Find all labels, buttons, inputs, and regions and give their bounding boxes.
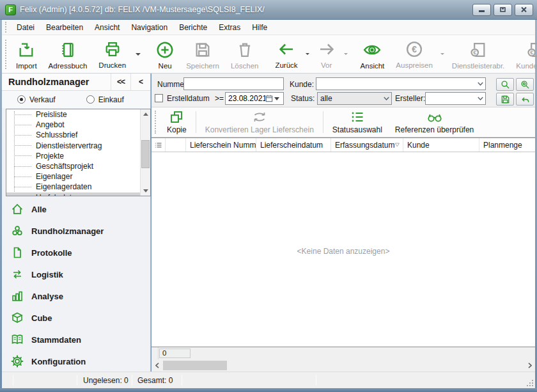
close-icon [520, 6, 527, 13]
summary-count: 0 [159, 349, 191, 358]
column-header-erfassungsdatum[interactable]: Erfassungsdatum [331, 138, 403, 152]
auspreisen-button[interactable]: € Auspreisen [390, 36, 439, 72]
tree-item-preisliste[interactable]: Preisliste [6, 109, 150, 120]
summary-indicator-cell [152, 347, 159, 359]
statusauswahl-button[interactable]: Statusauswahl [326, 107, 389, 137]
save-icon [501, 95, 510, 104]
collapse-all-button[interactable]: << [111, 74, 130, 90]
kundenabr-button[interactable]: € Kundenabr. [510, 35, 537, 73]
eye-icon [362, 39, 382, 61]
import-button[interactable]: Import [10, 35, 43, 73]
menu-datei[interactable]: Datei [11, 21, 40, 34]
date-dropdown-arrow[interactable] [274, 97, 283, 100]
menu-ansicht[interactable]: Ansicht [89, 21, 125, 34]
menu-extras[interactable]: Extras [213, 21, 246, 34]
scroll-left-arrow[interactable] [152, 359, 162, 372]
drucken-button[interactable]: Drucken [93, 36, 132, 72]
status-select[interactable]: alle [317, 92, 392, 105]
nav-item-analyse[interactable]: Analyse [2, 285, 150, 307]
close-button[interactable] [515, 4, 533, 16]
referenzen-button[interactable]: Referenzen überprüfen [389, 107, 480, 137]
zurueck-button[interactable]: Zurück [269, 36, 303, 72]
tree-item-schlussbrief[interactable]: Schlussbrief [6, 130, 150, 140]
tree-item-angebot[interactable]: Angebot [6, 120, 150, 130]
tree-scroll-thumb[interactable] [141, 140, 150, 168]
vor-button[interactable]: Vor [311, 36, 342, 72]
actionbar-separator [323, 111, 323, 133]
dienstleisterabr-button[interactable]: € Dienstleisterabr. [446, 35, 510, 73]
tree-item-eigenlagerdaten[interactable]: Eigenlagerdaten [6, 182, 150, 192]
scroll-down-arrow[interactable] [141, 186, 151, 196]
cube-icon [11, 311, 24, 324]
nav-item-alle[interactable]: Alle [2, 198, 150, 220]
column-header-planmenge[interactable]: Planmenge [479, 138, 535, 152]
ansicht-button[interactable]: Ansicht [355, 35, 391, 73]
search-advanced-button[interactable] [516, 78, 534, 91]
home-icon [11, 203, 24, 216]
tree-item-projekte[interactable]: Projekte [6, 151, 150, 161]
nav-item-rundholzmanager[interactable]: Rundholzmanager [2, 220, 150, 242]
nav-item-logistik[interactable]: Logistik [2, 263, 150, 285]
tree-item-selected[interactable]: Umfuhrdaten [6, 192, 150, 197]
drucken-dropdown-arrow[interactable] [136, 53, 141, 56]
zurueck-dropdown-arrow[interactable] [306, 53, 309, 55]
hscroll-thumb[interactable] [163, 361, 227, 370]
collapse-button[interactable]: < [130, 74, 150, 90]
scroll-right-arrow[interactable] [524, 359, 535, 372]
summary-row: 0 [152, 347, 535, 359]
adressbuch-button[interactable]: Adressbuch [43, 35, 93, 73]
tree-item-dienstleistervertrag[interactable]: Dienstleistervertrag [6, 141, 150, 151]
tree-scrollbar[interactable] [140, 109, 150, 196]
ersteller-select[interactable] [425, 92, 486, 105]
statusbar-separator [132, 375, 132, 386]
date-field[interactable] [225, 92, 284, 105]
date-input[interactable] [226, 94, 265, 103]
save-filter-button[interactable] [496, 93, 514, 106]
grid-body[interactable]: <Keine Daten anzuzeigen> [152, 152, 535, 347]
tree-item-geschaeftsprojekt[interactable]: Geschäftsprojekt [6, 161, 150, 171]
erstelldatum-checkbox[interactable] [155, 94, 163, 102]
kopie-button[interactable]: Kopie [160, 107, 193, 137]
radio-verkauf[interactable]: Verkauf [17, 95, 56, 104]
nav-item-protokolle[interactable]: Protokolle [2, 242, 150, 263]
search-button[interactable] [496, 78, 514, 91]
scroll-up-arrow[interactable] [141, 109, 151, 119]
date-operator: >= [215, 94, 224, 103]
titlebar[interactable]: F Felix (Admin) [4.0.5.72] db: FELIX /VM… [0, 0, 537, 20]
resize-grip[interactable] [527, 380, 534, 387]
search-icon [501, 80, 510, 90]
horizontal-scrollbar[interactable] [152, 359, 535, 372]
restore-button[interactable] [494, 4, 512, 16]
column-header-lieferscheindatum[interactable]: Lieferscheindatum [256, 138, 331, 152]
column-chooser[interactable] [152, 138, 166, 152]
reset-filter-button[interactable] [516, 93, 534, 106]
nav-item-konfiguration[interactable]: Konfiguration [2, 350, 150, 372]
book-icon [11, 333, 24, 346]
sort-desc-icon [394, 142, 400, 148]
vor-dropdown-arrow[interactable] [344, 53, 348, 55]
neu-button[interactable]: Neu [150, 35, 180, 73]
radio-einkauf[interactable]: Einkauf [86, 95, 124, 104]
nummer-input[interactable] [183, 77, 284, 90]
menu-navigation[interactable]: Navigation [125, 21, 173, 34]
loeschen-button[interactable]: Löschen [225, 35, 264, 73]
svg-text:€: € [530, 49, 533, 56]
menu-bearbeiten[interactable]: Bearbeiten [40, 21, 89, 34]
column-header-kunde[interactable]: Kunde [403, 138, 479, 152]
nav-item-cube[interactable]: Cube [2, 307, 150, 329]
auspreisen-dropdown-arrow[interactable] [440, 53, 444, 55]
column-header-lieferschein-nummer[interactable]: Lieferschein Nummer [186, 138, 256, 152]
loeschen-icon [236, 39, 254, 61]
row-indicator-column [166, 138, 186, 152]
tree-item-eigenlager[interactable]: Eigenlager [6, 171, 150, 182]
menu-hilfe[interactable]: Hilfe [246, 21, 273, 34]
konvertieren-button[interactable]: Konvertieren Lager Lieferschein [199, 107, 320, 137]
menu-berichte[interactable]: Berichte [173, 21, 213, 34]
speichern-button[interactable]: Speichern [180, 35, 225, 73]
nav-item-stammdaten[interactable]: Stammdaten [2, 329, 150, 350]
minimize-button[interactable] [472, 4, 491, 16]
kunde-select[interactable] [316, 77, 486, 90]
calendar-icon [265, 95, 274, 102]
back-arrow-icon [277, 38, 296, 60]
logs-icon [11, 224, 24, 237]
